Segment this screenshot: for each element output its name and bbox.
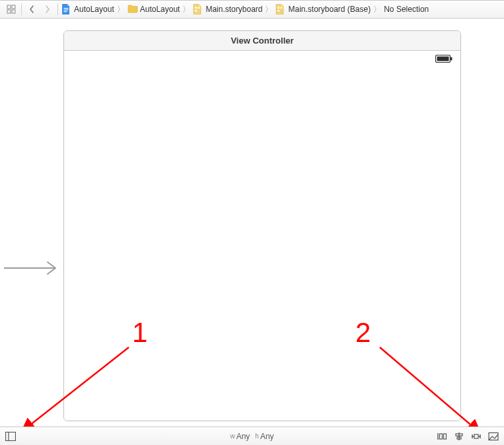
breadcrumb-item-storyboard[interactable]: Main.storyboard xyxy=(192,1,264,18)
breadcrumb-label: AutoLayout xyxy=(140,5,180,14)
breadcrumb-label: Main.storyboard xyxy=(205,5,262,14)
annotation-label-2: 2 xyxy=(355,317,371,349)
annotation-label-1: 1 xyxy=(132,317,147,349)
align-icon xyxy=(454,432,464,441)
related-items-button[interactable] xyxy=(3,2,19,17)
size-class-w-prefix: w xyxy=(230,432,234,440)
scene-title-bar[interactable]: View Controller xyxy=(64,31,460,51)
svg-rect-29 xyxy=(474,434,478,438)
separator xyxy=(21,3,22,15)
stack-button[interactable] xyxy=(435,430,449,443)
size-class-control[interactable]: w Any h Any xyxy=(0,432,504,441)
resolve-issues-button[interactable] xyxy=(487,430,500,443)
resolve-icon xyxy=(488,432,499,441)
svg-rect-1 xyxy=(12,5,15,9)
document-outline-toggle[interactable] xyxy=(4,430,17,443)
nav-forward-button[interactable] xyxy=(40,2,55,17)
svg-rect-4 xyxy=(64,8,69,9)
status-bar-battery-icon xyxy=(435,55,452,63)
scene-title-label: View Controller xyxy=(231,36,293,46)
breadcrumb-item-project[interactable]: AutoLayout xyxy=(60,1,116,18)
svg-rect-12 xyxy=(277,10,279,12)
pin-icon xyxy=(471,432,482,441)
svg-rect-5 xyxy=(64,10,69,11)
outline-toggle-icon xyxy=(5,432,16,441)
chevron-right-icon: 〉 xyxy=(264,4,274,15)
scene-root-view[interactable] xyxy=(64,51,460,421)
svg-rect-19 xyxy=(6,432,16,440)
grid-icon xyxy=(7,5,16,14)
svg-rect-2 xyxy=(7,10,11,13)
chevron-right-icon: 〉 xyxy=(372,4,382,15)
breadcrumb-item-storyboard-base[interactable]: Main.storyboard (Base) xyxy=(274,1,372,18)
svg-rect-22 xyxy=(440,434,443,439)
svg-rect-3 xyxy=(12,10,15,13)
breadcrumb-item-selection[interactable]: No Selection xyxy=(382,1,430,18)
chevron-left-icon xyxy=(28,5,35,14)
breadcrumb-label: AutoLayout xyxy=(74,5,114,14)
chevron-right-icon: 〉 xyxy=(116,4,126,15)
svg-rect-15 xyxy=(437,57,449,61)
breadcrumb-label: Main.storyboard (Base) xyxy=(288,5,371,14)
svg-rect-9 xyxy=(195,10,197,12)
folder-icon xyxy=(127,4,138,15)
ib-canvas[interactable]: View Controller 1 2 xyxy=(0,18,504,427)
breadcrumb-item-folder[interactable]: AutoLayout xyxy=(126,1,182,18)
stack-icon xyxy=(437,432,447,441)
chevron-right-icon: 〉 xyxy=(181,4,192,15)
path-bar: AutoLayout 〉 AutoLayout 〉 Main.storyboar… xyxy=(0,0,504,18)
svg-rect-7 xyxy=(195,7,197,9)
canvas-bottom-bar: w Any h Any xyxy=(0,427,504,445)
separator xyxy=(57,3,58,15)
nav-back-button[interactable] xyxy=(24,2,40,17)
storyboard-file-icon xyxy=(275,4,286,15)
arrow-right-icon xyxy=(3,260,62,276)
chevron-right-icon xyxy=(44,5,51,14)
breadcrumb-label: No Selection xyxy=(384,5,429,14)
scene-view-controller[interactable]: View Controller xyxy=(63,30,461,421)
size-class-w-value: Any xyxy=(236,432,250,441)
project-file-icon xyxy=(61,4,72,15)
svg-rect-6 xyxy=(64,11,67,12)
svg-rect-10 xyxy=(277,7,279,9)
storyboard-entry-arrow[interactable] xyxy=(3,260,62,276)
svg-rect-0 xyxy=(7,5,11,9)
size-class-h-prefix: h xyxy=(255,432,259,440)
svg-rect-16 xyxy=(450,57,452,61)
size-class-h-value: Any xyxy=(260,432,274,441)
pin-button[interactable] xyxy=(470,430,483,443)
align-button[interactable] xyxy=(452,430,466,443)
svg-rect-11 xyxy=(281,7,283,9)
storyboard-file-icon xyxy=(193,4,203,15)
svg-rect-8 xyxy=(198,7,200,9)
svg-rect-23 xyxy=(444,434,447,439)
